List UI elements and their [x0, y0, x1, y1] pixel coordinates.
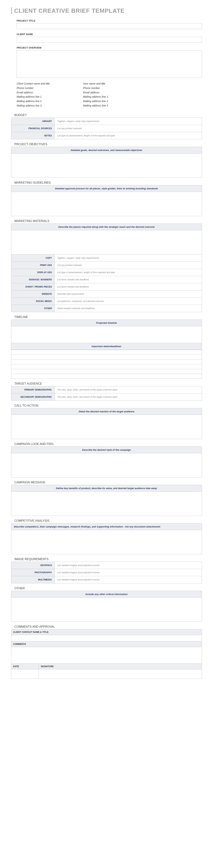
- table-row: FINANCIAL SOURCES List any printed mater…: [11, 125, 202, 132]
- row-hint[interactable]: List needed imagery and projected source…: [55, 576, 202, 583]
- table-row: OTHER Detail needed materials and deadli…: [11, 305, 202, 312]
- table-row: WEBSITE Describe web requirements: [11, 290, 202, 298]
- table-row: SIGNAGE / BANNERS List items needed and …: [11, 276, 202, 283]
- row-label: OTHER: [11, 305, 55, 312]
- row-hint[interactable]: The who, what, when, and where of the ta…: [55, 394, 202, 401]
- row-label: WEBSITE: [11, 290, 55, 298]
- contact-line: Email address: [83, 90, 108, 95]
- row-hint[interactable]: Taglines, slogans, body copy requirement…: [55, 118, 202, 125]
- timeline-section-title: TIMELINE: [14, 315, 202, 319]
- row-hint[interactable]: List items needed and deadlines: [55, 283, 202, 290]
- other-input[interactable]: [11, 598, 202, 622]
- row-hint[interactable]: Describe web requirements: [55, 290, 202, 298]
- table-row: PRINT ADS List any printed materials: [11, 262, 202, 269]
- look-section-title: CAMPAIGN LOOK AND FEEL: [14, 442, 202, 446]
- row-label: SOCIAL MEDIA: [11, 298, 55, 305]
- contact-line: Client Contact name and title: [17, 82, 50, 86]
- row-label: PHOTOGRAPHY: [11, 569, 55, 576]
- table-row: EVENT / PROMO PIECES List items needed a…: [11, 283, 202, 290]
- contact-line: Mailing address line 2: [17, 99, 50, 103]
- materials-description-input[interactable]: [11, 230, 202, 254]
- project-title-label: PROJECT TITLE: [17, 20, 202, 22]
- row-label: PRINT ADS: [11, 262, 55, 269]
- cta-header: Detail the desired reaction of the targe…: [11, 408, 202, 415]
- project-overview-input[interactable]: [17, 50, 202, 78]
- row-label: COPY: [11, 254, 55, 261]
- contact-line: Your name and title: [83, 82, 108, 86]
- row-hint[interactable]: The who, what, when, and where of the ta…: [55, 386, 202, 393]
- contact-line: Mailing address line 1: [83, 95, 108, 99]
- competitive-box: Describe competitors, their campaign mes…: [11, 523, 202, 554]
- approval-section-title: COMMENTS AND APPROVAL: [14, 625, 202, 628]
- project-title-group: PROJECT TITLE: [17, 20, 202, 29]
- message-header: Define key benefits of product, describe…: [11, 485, 202, 492]
- approval-signature-label: SIGNATURE: [39, 664, 202, 670]
- client-name-input[interactable]: [17, 37, 202, 43]
- message-box: Define key benefits of product, describe…: [11, 485, 202, 516]
- grid-row[interactable]: [11, 354, 202, 359]
- client-contact-column: Client Contact name and title Phone numb…: [17, 82, 50, 108]
- table-row: SECONDARY DEMOGRAPHIC The who, what, whe…: [11, 394, 202, 401]
- row-hint[interactable]: List any printed materials: [55, 262, 202, 269]
- approval-sign-row: DATE SIGNATURE: [11, 664, 202, 679]
- competitive-input[interactable]: [11, 530, 202, 554]
- row-hint[interactable]: List type of advertisement, length of ti…: [55, 269, 202, 276]
- approval-table: CLIENT CONTACT NAME & TITLE COMMENTS DAT…: [11, 629, 202, 679]
- contact-line: Mailing address line 2: [83, 99, 108, 103]
- grid-row[interactable]: [11, 374, 202, 378]
- competitive-section-title: COMPETITIVE ANALYSIS: [14, 519, 202, 523]
- budget-table: AMOUNT Taglines, slogans, body copy requ…: [11, 118, 202, 140]
- grid-row[interactable]: [11, 369, 202, 374]
- row-label: EVENT / PROMO PIECES: [11, 283, 55, 290]
- table-row: NOTES List type of advertisement, length…: [11, 132, 202, 139]
- message-input[interactable]: [11, 492, 202, 516]
- contact-line: Email address: [17, 90, 50, 95]
- row-hint[interactable]: Taglines, slogans, body copy requirement…: [55, 254, 202, 261]
- row-label: FINANCIAL SOURCES: [11, 125, 55, 132]
- row-label: NOTES: [11, 132, 55, 139]
- approval-signature-input[interactable]: [39, 670, 202, 679]
- audience-table: PRIMARY DEMOGRAPHIC The who, what, when,…: [11, 386, 202, 401]
- client-name-label: CLIENT NAME: [17, 33, 202, 36]
- table-row: MULTIMEDIA List needed imagery and proje…: [11, 576, 202, 583]
- competitive-header: Describe competitors, their campaign mes…: [11, 523, 202, 530]
- row-hint[interactable]: List type of advertisement, length of ti…: [55, 132, 202, 139]
- row-hint[interactable]: List needed imagery and projected source…: [55, 562, 202, 569]
- table-row: COPY Taglines, slogans, body copy requir…: [11, 254, 202, 262]
- timeline-projected-header: Projected timeline: [11, 320, 202, 326]
- objectives-input[interactable]: [11, 154, 202, 178]
- other-header: Include any other critical information: [11, 591, 202, 598]
- row-label: AMOUNT: [11, 118, 55, 125]
- look-box: Describe the desired style of the campai…: [11, 446, 202, 477]
- approval-contact-input[interactable]: [11, 635, 202, 641]
- contact-line: Mailing address line 3: [83, 103, 108, 108]
- guidelines-header: Detailed approval process for all pieces…: [11, 185, 202, 192]
- grid-row[interactable]: [11, 364, 202, 369]
- contact-line: Phone number: [83, 86, 108, 90]
- row-hint[interactable]: List needed imagery and projected source…: [55, 569, 202, 576]
- look-input[interactable]: [11, 453, 202, 477]
- guidelines-input[interactable]: [11, 192, 202, 216]
- audience-section-title: TARGET AUDIENCE: [14, 382, 202, 385]
- row-hint[interactable]: List items needed and deadlines: [55, 276, 202, 283]
- contact-columns: Client Contact name and title Phone numb…: [17, 82, 202, 108]
- row-label: MULTIMEDIA: [11, 576, 55, 583]
- cta-input[interactable]: [11, 415, 202, 439]
- table-row: DISPLAY ADS List type of advertisement, …: [11, 269, 202, 276]
- row-hint[interactable]: List platforms, manpower, and desired ou…: [55, 298, 202, 305]
- materials-box: Describe the pieces required along with …: [11, 223, 202, 312]
- cta-box: Detail the desired reaction of the targe…: [11, 408, 202, 439]
- timeline-date-grid[interactable]: [11, 350, 202, 378]
- cta-section-title: CALL TO ACTION: [14, 404, 202, 407]
- row-hint[interactable]: Detail needed materials and deadlines: [55, 305, 202, 312]
- guidelines-box: Detailed approval process for all pieces…: [11, 185, 202, 216]
- approval-date-input[interactable]: [11, 670, 39, 679]
- grid-row[interactable]: [11, 359, 202, 364]
- grid-row[interactable]: [11, 350, 202, 354]
- approval-comments-input[interactable]: [11, 647, 202, 664]
- project-overview-label: PROJECT OVERVIEW: [17, 46, 202, 49]
- contact-line: Mailing address line 3: [17, 103, 50, 108]
- row-hint[interactable]: List any printed materials: [55, 125, 202, 132]
- timeline-projected-input[interactable]: [11, 326, 202, 343]
- project-title-input[interactable]: [17, 23, 202, 29]
